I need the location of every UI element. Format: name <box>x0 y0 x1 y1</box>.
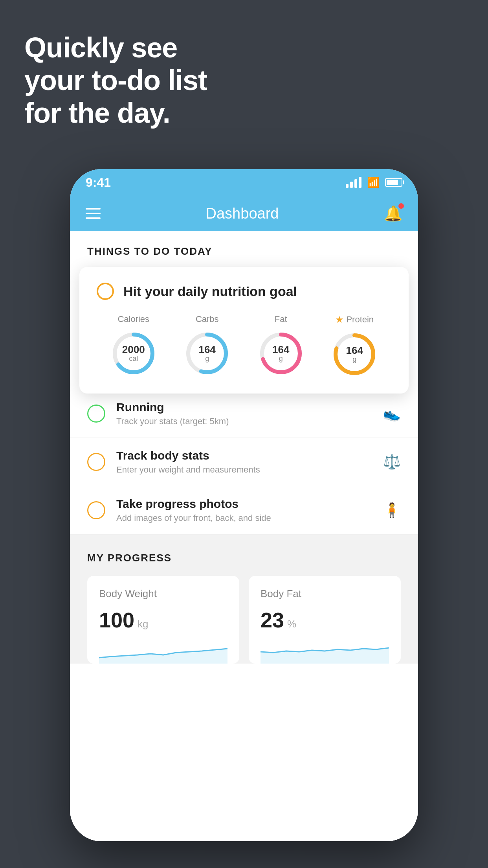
todo-subtitle-photos: Add images of your front, back, and side <box>116 513 372 523</box>
calories-label: Calories <box>117 314 149 324</box>
progress-label: MY PROGRESS <box>87 552 401 564</box>
todo-item-running[interactable]: Running Track your stats (target: 5km) 👟 <box>70 390 418 438</box>
things-to-do-label: THINGS TO DO TODAY <box>70 231 418 267</box>
nutrition-stats: Calories 2000 cal Carbs <box>97 314 391 378</box>
body-fat-value: 23 % <box>261 608 389 632</box>
hamburger-menu[interactable] <box>86 208 101 219</box>
protein-value: 164 g <box>346 345 363 364</box>
nav-bar: Dashboard 🔔 <box>70 196 418 231</box>
fat-value: 164 g <box>272 344 289 363</box>
fat-label: Fat <box>275 314 287 324</box>
notification-bell-icon[interactable]: 🔔 <box>384 205 402 222</box>
scale-icon: ⚖️ <box>383 454 401 470</box>
nav-title: Dashboard <box>206 205 279 222</box>
battery-icon <box>385 178 402 187</box>
nutrition-circle-indicator <box>97 283 114 300</box>
signal-icon <box>346 177 361 188</box>
todo-text-running: Running Track your stats (target: 5km) <box>116 401 372 427</box>
calories-donut: 2000 cal <box>110 330 157 377</box>
body-weight-title: Body Weight <box>99 588 227 600</box>
body-fat-chart <box>261 640 389 664</box>
fat-donut: 164 g <box>257 330 305 377</box>
todo-title-body-stats: Track body stats <box>116 449 372 462</box>
stat-fat: Fat 164 g <box>257 314 305 377</box>
todo-item-photos[interactable]: Take progress photos Add images of your … <box>70 486 418 535</box>
nutrition-card-title: Hit your daily nutrition goal <box>123 284 297 299</box>
wifi-icon: 📶 <box>367 177 380 189</box>
body-fat-number: 23 <box>261 608 284 632</box>
status-bar: 9:41 📶 <box>70 169 418 196</box>
todo-list: Running Track your stats (target: 5km) 👟… <box>70 390 418 535</box>
phone-mockup: 9:41 📶 Dashboard 🔔 THINGS TO DO TODAY <box>70 169 418 841</box>
todo-circle-running <box>87 405 105 423</box>
person-icon: 🧍 <box>383 502 401 519</box>
stat-calories: Calories 2000 cal <box>110 314 157 377</box>
todo-subtitle-running: Track your stats (target: 5km) <box>116 416 372 427</box>
nutrition-card[interactable]: Hit your daily nutrition goal Calories 2… <box>79 267 409 394</box>
todo-circle-body-stats <box>87 453 105 471</box>
svg-marker-9 <box>261 648 389 664</box>
body-weight-value: 100 kg <box>99 608 227 632</box>
body-weight-card[interactable]: Body Weight 100 kg <box>87 576 239 664</box>
todo-circle-photos <box>87 501 105 519</box>
main-content: THINGS TO DO TODAY Hit your daily nutrit… <box>70 231 418 841</box>
carbs-label: Carbs <box>196 314 219 324</box>
carbs-donut: 164 g <box>183 330 231 377</box>
body-weight-unit: kg <box>138 618 148 630</box>
hero-text: Quickly see your to-do list for the day. <box>24 31 207 129</box>
body-weight-chart <box>99 640 227 664</box>
todo-title-running: Running <box>116 401 372 414</box>
todo-text-body-stats: Track body stats Enter your weight and m… <box>116 449 372 475</box>
body-fat-title: Body Fat <box>261 588 389 600</box>
todo-subtitle-body-stats: Enter your weight and measurements <box>116 465 372 475</box>
progress-cards: Body Weight 100 kg Body Fat <box>87 576 401 664</box>
body-fat-unit: % <box>287 618 296 630</box>
status-icons: 📶 <box>346 177 402 189</box>
todo-text-photos: Take progress photos Add images of your … <box>116 497 372 523</box>
shoe-icon: 👟 <box>383 405 401 422</box>
progress-section: MY PROGRESS Body Weight 100 kg <box>70 535 418 664</box>
star-icon: ★ <box>335 314 344 325</box>
stat-protein: ★ Protein 164 g <box>331 314 378 378</box>
carbs-value: 164 g <box>199 344 216 363</box>
stat-carbs: Carbs 164 g <box>183 314 231 377</box>
todo-item-body-stats[interactable]: Track body stats Enter your weight and m… <box>70 438 418 486</box>
calories-value: 2000 cal <box>122 344 145 363</box>
body-weight-number: 100 <box>99 608 134 632</box>
status-time: 9:41 <box>86 175 111 190</box>
todo-title-photos: Take progress photos <box>116 497 372 511</box>
protein-donut: 164 g <box>331 331 378 378</box>
body-fat-card[interactable]: Body Fat 23 % <box>249 576 401 664</box>
protein-label: ★ Protein <box>335 314 374 325</box>
notification-dot <box>398 203 404 209</box>
nutrition-card-header: Hit your daily nutrition goal <box>97 283 391 300</box>
